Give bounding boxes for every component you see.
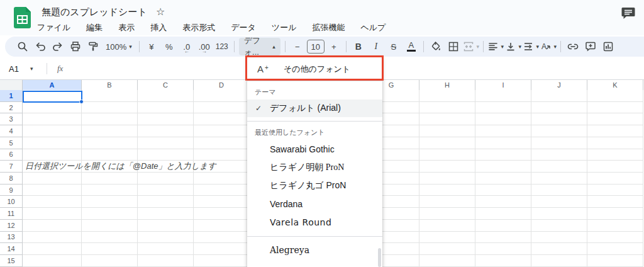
cell-K14[interactable]: [587, 243, 643, 255]
cell-J13[interactable]: [531, 232, 587, 244]
cell-K4[interactable]: [587, 125, 643, 137]
cell-D10[interactable]: [194, 196, 250, 208]
cell-H13[interactable]: [419, 232, 475, 244]
cell-D4[interactable]: [194, 125, 250, 137]
menu-item-font[interactable]: ヒラギノ丸ゴ ProN: [247, 176, 382, 195]
cell-A1[interactable]: [23, 90, 82, 102]
menu-表示[interactable]: 表示: [117, 21, 136, 35]
cell-C2[interactable]: [138, 102, 194, 114]
cell-I14[interactable]: [475, 243, 531, 255]
borders-icon[interactable]: [445, 38, 462, 55]
cell-D3[interactable]: [194, 113, 250, 125]
cell-H2[interactable]: [419, 102, 475, 114]
cell-J14[interactable]: [531, 243, 587, 255]
vertical-align-icon[interactable]: ▾: [504, 38, 522, 55]
column-header-A[interactable]: A: [23, 80, 82, 91]
menu-編集[interactable]: 編集: [85, 21, 104, 35]
cell-K9[interactable]: [587, 185, 643, 196]
number-format-button[interactable]: 123: [213, 38, 231, 55]
row-header-5[interactable]: 5: [0, 137, 23, 149]
cell-B3[interactable]: [82, 113, 138, 125]
row-header-1[interactable]: 1: [0, 90, 23, 102]
paint-format-icon[interactable]: [84, 38, 102, 55]
cell-A9[interactable]: [23, 185, 82, 196]
cell-J4[interactable]: [531, 125, 587, 137]
cell-H8[interactable]: [419, 173, 475, 185]
cell-C14[interactable]: [138, 243, 194, 255]
cell-H12[interactable]: [419, 220, 475, 232]
format-percent-button[interactable]: %: [160, 38, 178, 55]
cell-I3[interactable]: [475, 113, 531, 125]
increase-decimal-button[interactable]: .00 →: [196, 38, 213, 55]
cell-K10[interactable]: [587, 196, 643, 208]
cell-B8[interactable]: [82, 173, 138, 185]
cell-D2[interactable]: [194, 102, 250, 114]
cell-K11[interactable]: [587, 208, 643, 220]
cell-B10[interactable]: [82, 196, 138, 208]
row-header-8[interactable]: 8: [0, 173, 23, 185]
cell-I2[interactable]: [475, 102, 531, 114]
cell-K13[interactable]: [587, 232, 643, 244]
cell-B6[interactable]: [82, 149, 138, 161]
open-comments-icon[interactable]: [621, 7, 635, 20]
cell-D1[interactable]: [194, 90, 250, 102]
cell-K6[interactable]: [587, 149, 643, 161]
cell-H5[interactable]: [419, 137, 475, 149]
horizontal-align-icon[interactable]: ▾: [487, 38, 504, 55]
cell-H4[interactable]: [419, 125, 475, 137]
cell-A6[interactable]: [23, 149, 82, 161]
cell-A13[interactable]: [23, 232, 82, 244]
cell-A5[interactable]: [23, 137, 82, 149]
cell-B11[interactable]: [82, 208, 138, 220]
menu-拡張機能[interactable]: 拡張機能: [311, 21, 346, 35]
undo-icon[interactable]: [31, 38, 49, 55]
cell-D5[interactable]: [194, 137, 250, 149]
menu-ファイル[interactable]: ファイル: [36, 21, 72, 35]
text-wrap-icon[interactable]: ▾: [522, 38, 540, 55]
decrease-decimal-button[interactable]: .0 ←: [178, 38, 196, 55]
cell-C4[interactable]: [138, 125, 194, 137]
cell-K1[interactable]: [587, 90, 643, 102]
bold-button[interactable]: B: [350, 38, 367, 55]
cell-I15[interactable]: [475, 255, 531, 267]
cell-I6[interactable]: [475, 149, 531, 161]
cell-H6[interactable]: [419, 149, 475, 161]
cell-C3[interactable]: [138, 113, 194, 125]
cell-H15[interactable]: [419, 255, 475, 267]
cell-A15[interactable]: [23, 255, 82, 267]
italic-button[interactable]: I: [367, 38, 385, 55]
cell-I9[interactable]: [475, 185, 531, 196]
cell-J1[interactable]: [531, 90, 587, 102]
row-header-12[interactable]: 12: [0, 220, 23, 232]
cell-D14[interactable]: [194, 243, 250, 255]
row-header-6[interactable]: 6: [0, 149, 23, 161]
cell-I11[interactable]: [475, 208, 531, 220]
cell-C9[interactable]: [138, 185, 194, 196]
cell-A14[interactable]: [23, 243, 82, 255]
decrease-font-size-button[interactable]: −: [289, 38, 306, 55]
cell-I12[interactable]: [475, 220, 531, 232]
menu-挿入[interactable]: 挿入: [149, 21, 168, 35]
column-header-J[interactable]: J: [531, 80, 587, 91]
cell-A3[interactable]: [23, 113, 82, 125]
cell-K3[interactable]: [587, 113, 643, 125]
insert-link-icon[interactable]: [564, 38, 582, 55]
star-icon[interactable]: ☆: [156, 6, 165, 18]
zoom-select[interactable]: 100% ▾: [102, 38, 136, 55]
column-header-C[interactable]: C: [138, 80, 194, 91]
cell-C15[interactable]: [138, 255, 194, 267]
cell-B13[interactable]: [82, 232, 138, 244]
column-header-B[interactable]: B: [82, 80, 138, 91]
menu-ヘルプ[interactable]: ヘルプ: [359, 21, 387, 35]
row-header-10[interactable]: 10: [0, 196, 23, 208]
cell-C6[interactable]: [138, 149, 194, 161]
search-icon[interactable]: [14, 38, 31, 55]
cell-K12[interactable]: [587, 220, 643, 232]
cell-J9[interactable]: [531, 185, 587, 196]
cell-D9[interactable]: [194, 185, 250, 196]
select-all-button[interactable]: [0, 80, 23, 91]
cell-H14[interactable]: [419, 243, 475, 255]
row-header-9[interactable]: 9: [0, 185, 23, 196]
cell-J11[interactable]: [531, 208, 587, 220]
cell-H10[interactable]: [419, 196, 475, 208]
